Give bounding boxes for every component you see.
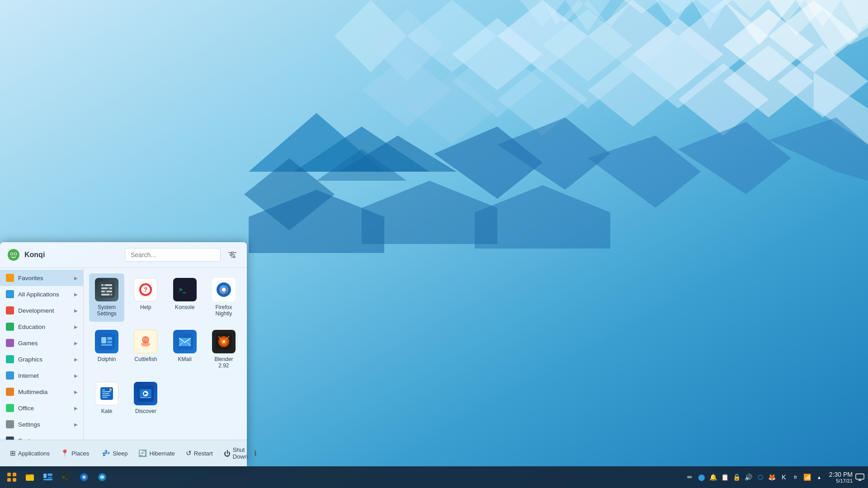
svg-rect-73 [101, 344, 112, 346]
svg-rect-113 [47, 474, 52, 476]
restart-label: Restart [194, 450, 213, 457]
svg-rect-94 [102, 389, 105, 390]
chevron-right-icon: ▶ [74, 357, 78, 362]
tray-lang[interactable]: fr [791, 473, 800, 482]
svg-point-45 [11, 253, 13, 255]
tray-volume[interactable]: 🔊 [744, 473, 753, 482]
sidebar-item-favorites[interactable]: Favorites▶ [0, 270, 83, 286]
sidebar-item-system[interactable]: System▶ [0, 432, 83, 440]
taskbar-files[interactable] [22, 469, 38, 485]
app-item-cuttlefish[interactable]: Cuttlefish [128, 325, 163, 374]
menu-footer: ⊞ Applications 📍 Places 💤 Sleep 🔄 Hibern… [0, 440, 247, 466]
tray-firefox-tray[interactable]: 🦊 [768, 473, 777, 482]
app-item-kmail[interactable]: KMail [167, 325, 203, 374]
app-item-kate[interactable]: Kate [89, 377, 124, 419]
chevron-right-icon: ▶ [74, 292, 78, 297]
sidebar-item-graphics[interactable]: Graphics▶ [0, 351, 83, 367]
chevron-right-icon: ▶ [74, 438, 78, 440]
applications-icon: ⊞ [10, 449, 16, 457]
svg-marker-27 [316, 149, 407, 181]
svg-point-77 [141, 342, 150, 347]
hibernate-button[interactable]: 🔄 Hibernate [134, 446, 179, 460]
info-button[interactable]: ℹ [254, 446, 257, 460]
app-item-dolphin[interactable]: Dolphin [89, 325, 124, 374]
sidebar-favorites-icon [5, 273, 14, 282]
menu-title: Konqi [24, 251, 120, 259]
tray-wifi[interactable]: 📶 [803, 473, 812, 482]
places-button[interactable]: 📍 Places [56, 446, 94, 460]
sidebar-development-label: Development [18, 307, 71, 314]
system-settings-icon [95, 278, 118, 301]
svg-point-81 [146, 339, 147, 340]
svg-marker-6 [542, 9, 633, 81]
svg-marker-40 [520, 0, 610, 32]
app-item-discover[interactable]: Discover [128, 377, 163, 419]
svg-marker-12 [778, 45, 868, 117]
svg-marker-28 [434, 127, 542, 199]
svg-marker-31 [678, 122, 791, 194]
app-item-firefox-nightly[interactable]: Firefox Nightly [206, 273, 241, 322]
svg-rect-72 [101, 337, 106, 343]
svg-marker-15 [452, 45, 542, 117]
hibernate-icon: 🔄 [138, 449, 147, 457]
sleep-button[interactable]: 💤 Sleep [97, 446, 132, 460]
search-input[interactable] [125, 248, 221, 262]
svg-point-70 [222, 288, 226, 291]
sidebar-item-all-applications[interactable]: All Applications▶ [0, 286, 83, 302]
taskbar-dolphin-task[interactable] [40, 469, 56, 485]
tray-circle-indicator[interactable]: ⬤ [697, 473, 706, 482]
sidebar-item-settings[interactable]: Settings▶ [0, 416, 83, 432]
taskbar-apps-grid[interactable] [4, 469, 20, 485]
sleep-label: Sleep [113, 450, 127, 457]
svg-marker-32 [769, 117, 868, 181]
chevron-right-icon: ▶ [74, 308, 78, 313]
sidebar-item-internet[interactable]: Internet▶ [0, 367, 83, 384]
screen-button[interactable] [855, 473, 864, 482]
dolphin-icon [95, 330, 118, 353]
app-item-blender[interactable]: Blender 2.92 [206, 325, 241, 374]
hibernate-label: Hibernate [149, 450, 175, 457]
tray-alarm[interactable]: 🔔 [709, 473, 718, 482]
tray-expand[interactable]: ▲ [815, 473, 824, 482]
sidebar-education-icon [5, 322, 14, 331]
tray-pencil[interactable]: ✏ [685, 473, 694, 482]
taskbar-terminal-task[interactable]: >_ [58, 469, 74, 485]
konsole-icon: >_ [173, 278, 197, 301]
taskbar-konqueror-task[interactable] [94, 469, 110, 485]
app-item-konsole[interactable]: >_ Konsole [167, 273, 203, 322]
chevron-right-icon: ▶ [74, 422, 78, 427]
taskbar-clock[interactable]: 2:30 PM 5/17/21 [829, 471, 853, 483]
shutdown-button[interactable]: ⏻ Shut Down [219, 444, 252, 463]
svg-marker-7 [588, 0, 678, 72]
tray-clipboard[interactable]: 📋 [721, 473, 730, 482]
svg-marker-23 [249, 113, 384, 172]
sidebar-item-development[interactable]: Development▶ [0, 302, 83, 319]
svg-marker-35 [475, 185, 610, 249]
app-item-system-settings[interactable]: System Settings [89, 273, 124, 322]
applications-button[interactable]: ⊞ Applications [5, 446, 54, 460]
menu-body: Favorites▶All Applications▶Development▶E… [0, 268, 247, 440]
tray-lock[interactable]: 🔒 [732, 473, 741, 482]
sidebar-all-applications-icon [5, 290, 14, 299]
taskbar-firefox-task[interactable] [76, 469, 92, 485]
svg-point-51 [230, 254, 232, 256]
sidebar-education-label: Education [18, 324, 71, 330]
sidebar-office-label: Office [18, 405, 71, 412]
svg-marker-19 [633, 36, 723, 108]
sidebar-item-education[interactable]: Education▶ [0, 319, 83, 335]
places-icon: 📍 [61, 449, 69, 457]
svg-rect-112 [43, 479, 52, 480]
sidebar-item-games[interactable]: Games▶ [0, 335, 83, 351]
filter-button[interactable] [225, 248, 240, 262]
sidebar-item-office[interactable]: Office▶ [0, 400, 83, 416]
sidebar-item-multimedia[interactable]: Multimedia▶ [0, 384, 83, 400]
tray-bluetooth[interactable]: ⬡ [756, 473, 765, 482]
cuttlefish-icon [134, 330, 157, 353]
svg-marker-11 [769, 0, 859, 72]
restart-button[interactable]: ↺ Restart [181, 446, 217, 460]
chevron-right-icon: ▶ [74, 276, 78, 281]
tray-konqueror-tray[interactable]: K [779, 473, 788, 482]
svg-rect-75 [107, 341, 112, 343]
svg-marker-16 [497, 63, 588, 136]
app-item-help[interactable]: ? Help [128, 273, 163, 322]
